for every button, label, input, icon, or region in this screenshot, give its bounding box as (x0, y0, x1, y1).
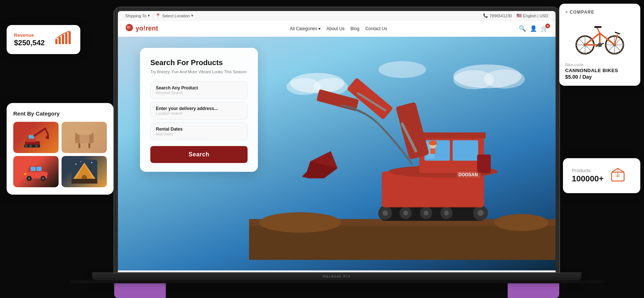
category-item-tent[interactable] (62, 156, 107, 187)
shipping-button[interactable]: Shipping To ▾ (125, 13, 150, 18)
svg-point-48 (379, 61, 426, 78)
revenue-card: Revenue $250,542 (7, 25, 80, 54)
language-selector[interactable]: 🇺🇸 English | USD (517, 13, 548, 18)
svg-rect-30 (24, 173, 26, 175)
svg-point-27 (28, 177, 30, 180)
svg-line-98 (600, 33, 615, 45)
site-header-top: Shipping To ▾ | 📍 Select Location ▾ 📞 78… (118, 11, 556, 21)
location-pin-icon: 📍 (155, 13, 161, 18)
svg-rect-19 (77, 130, 92, 135)
svg-rect-39 (71, 179, 97, 184)
svg-point-37 (91, 162, 92, 163)
laptop-base-foot (70, 280, 604, 283)
search-icon[interactable]: 🔍 (519, 25, 526, 32)
nav-links: All Categories ▾ About Us Blog Contact U… (290, 26, 387, 31)
svg-rect-71 (396, 102, 430, 160)
excavator-illustration: DOOSAN (249, 37, 556, 270)
dates-placeholder: Add Dates (156, 132, 242, 136)
revenue-value: $250,542 (14, 39, 50, 47)
compare-header: + COMPARE (565, 10, 634, 15)
car-icon (13, 156, 59, 187)
svg-point-83 (259, 212, 341, 233)
product-search-field[interactable]: Search Any Product Keyword Search (150, 81, 248, 99)
location-search-placeholder: Location Search (156, 111, 242, 116)
site-nav: Y! yo!rent All Categories ▾ About Us Blo… (118, 21, 556, 37)
compare-plus-icon: + (565, 10, 568, 15)
dates-field[interactable]: Rental Dates Add Dates (150, 123, 248, 140)
laptop-label: MacBook Pro (323, 274, 351, 278)
nav-all-categories[interactable]: All Categories ▾ (290, 26, 321, 31)
cart-badge: 0 (545, 24, 550, 28)
category-item-chair[interactable] (62, 122, 107, 153)
logo-text: yo!rent (136, 25, 158, 32)
svg-point-84 (494, 214, 549, 231)
hero-section: DOOSAN Search For Products Try Breezy, F… (118, 37, 556, 270)
shipping-label: Shipping To (125, 14, 146, 18)
svg-point-36 (75, 164, 76, 165)
nav-icons: 🔍 👤 🛒 0 (519, 25, 548, 32)
revenue-label: Revenue (14, 32, 50, 38)
header-right: 📞 7896541230 🇺🇸 English | USD (483, 13, 548, 18)
svg-rect-2 (62, 35, 64, 44)
svg-point-59 (444, 210, 449, 215)
product-search-placeholder: Keyword Search (156, 91, 242, 95)
svg-rect-69 (418, 132, 486, 139)
logo-icon: Y! (125, 24, 133, 33)
bike-category: Bike-cycle (565, 63, 634, 67)
svg-rect-51 (379, 206, 488, 221)
products-text: Products 100000+ (572, 168, 603, 184)
revenue-chart-icon (55, 31, 73, 48)
svg-rect-0 (55, 39, 57, 44)
location-button[interactable]: 📍 Select Location ▾ (155, 13, 193, 18)
compare-card: + COMPARE (559, 4, 640, 86)
svg-line-9 (34, 128, 45, 136)
search-button[interactable]: Search (150, 146, 248, 163)
cart-icon[interactable]: 🛒 0 (541, 25, 548, 32)
category-grid (13, 122, 107, 187)
language-label: English | USD (523, 14, 548, 18)
svg-rect-67 (453, 140, 478, 160)
product-search-label: Search Any Product (156, 85, 242, 91)
products-card: Products 100000+ (563, 158, 640, 193)
svg-rect-70 (477, 155, 491, 173)
svg-marker-23 (28, 166, 45, 172)
svg-point-57 (424, 210, 428, 215)
svg-text:Y!: Y! (127, 26, 130, 30)
chair-icon (62, 122, 107, 153)
svg-line-10 (45, 128, 48, 135)
svg-rect-102 (594, 26, 602, 28)
nav-blog[interactable]: Blog (350, 26, 359, 31)
user-icon[interactable]: 👤 (530, 25, 537, 32)
svg-line-104 (615, 32, 620, 34)
category-item-car[interactable] (13, 156, 59, 187)
svg-point-61 (477, 210, 484, 216)
svg-point-13 (25, 145, 28, 148)
bike-image (565, 18, 634, 59)
header-left: Shipping To ▾ | 📍 Select Location ▾ (125, 13, 193, 18)
phone-info: 📞 7896541230 (483, 13, 512, 18)
svg-point-38 (80, 161, 81, 162)
location-chevron-icon: ▾ (191, 13, 193, 18)
category-item-excavator[interactable] (13, 122, 59, 153)
tent-icon (62, 156, 107, 187)
laptop-frame: Shipping To ▾ | 📍 Select Location ▾ 📞 78… (114, 7, 559, 283)
products-box-icon (609, 166, 626, 186)
svg-rect-1 (59, 37, 61, 44)
search-heading: Search For Products (150, 58, 248, 67)
nav-about[interactable]: About Us (326, 26, 344, 31)
nav-contact[interactable]: Contact Us (365, 26, 387, 31)
flag-icon: 🇺🇸 (517, 13, 522, 18)
svg-rect-24 (31, 167, 36, 171)
nav-categories-label: All Categories (290, 26, 317, 31)
products-label: Products (572, 168, 603, 173)
svg-rect-112 (616, 174, 620, 177)
svg-point-14 (29, 145, 32, 148)
category-card: Rent By Category (7, 103, 113, 195)
site-logo: Y! yo!rent (125, 24, 158, 33)
svg-rect-4 (69, 32, 71, 44)
products-count: 100000+ (572, 174, 603, 184)
location-search-field[interactable]: Enter your delivery address... Location … (150, 102, 248, 120)
search-panel: Search For Products Try Breezy, Fun And … (140, 48, 258, 172)
svg-point-82 (429, 141, 437, 145)
svg-point-53 (383, 210, 388, 216)
